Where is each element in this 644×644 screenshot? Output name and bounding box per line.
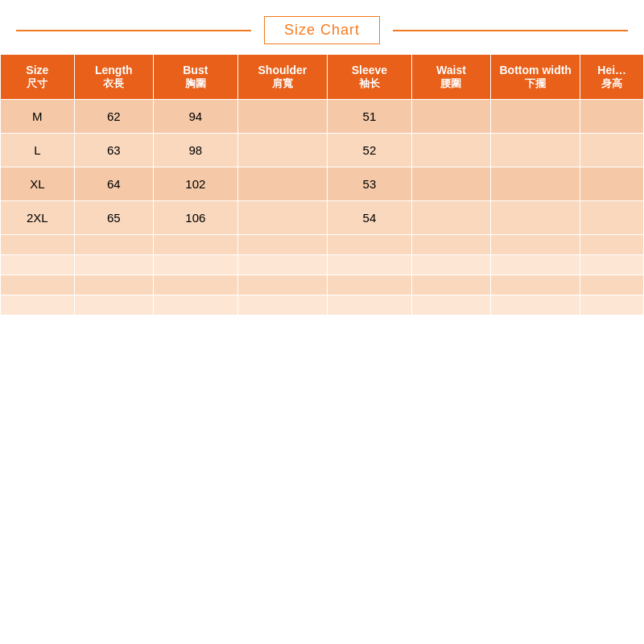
col-header-size: Size 尺寸 — [1, 55, 75, 100]
page-wrapper: Size Chart Size 尺寸 Length 衣長 — [0, 0, 644, 644]
table-cell — [237, 134, 327, 167]
table-cell — [153, 235, 237, 255]
table-cell: 63 — [74, 134, 153, 167]
header-row: Size 尺寸 Length 衣長 Bust 胸圍 Shoulder 肩寬 Sl… — [1, 55, 644, 100]
table-cell — [491, 275, 580, 295]
col-header-waist: Waist 腰圍 — [411, 55, 490, 100]
table-cell — [237, 275, 327, 295]
table-cell — [580, 201, 644, 235]
table-cell — [411, 255, 490, 275]
table-cell — [491, 167, 580, 201]
table-row — [1, 275, 644, 295]
table-cell — [580, 295, 644, 316]
table-row: XL6410253 — [1, 167, 644, 201]
table-cell: 64 — [74, 167, 153, 201]
table-row: L639852 — [1, 134, 644, 167]
table-cell: M — [1, 100, 75, 134]
chart-title: Size Chart — [284, 22, 360, 38]
table-cell — [153, 255, 237, 275]
title-line-right — [393, 30, 628, 31]
table-cell: 94 — [153, 100, 237, 134]
table-cell — [580, 100, 644, 134]
table-cell: 62 — [74, 100, 153, 134]
table-cell — [580, 167, 644, 201]
table-cell — [1, 275, 75, 295]
table-cell — [411, 201, 490, 235]
table-cell — [328, 255, 412, 275]
table-cell — [328, 295, 412, 316]
table-cell: XL — [1, 167, 75, 201]
table-cell — [237, 235, 327, 255]
table-cell — [74, 255, 153, 275]
col-header-height: Hei… 身高 — [580, 55, 644, 100]
table-cell — [1, 255, 75, 275]
table-cell — [491, 134, 580, 167]
title-line-left — [16, 30, 251, 31]
col-header-length: Length 衣長 — [74, 55, 153, 100]
table-cell — [237, 295, 327, 316]
table-cell — [74, 295, 153, 316]
table-cell: 54 — [328, 201, 412, 235]
table-cell — [1, 295, 75, 316]
table-cell: 51 — [328, 100, 412, 134]
table-cell — [580, 134, 644, 167]
table-row — [1, 255, 644, 275]
table-cell — [328, 235, 412, 255]
table-cell — [237, 255, 327, 275]
table-cell — [411, 295, 490, 316]
table-cell — [491, 235, 580, 255]
table-cell — [1, 235, 75, 255]
table-cell — [74, 235, 153, 255]
table-cell: 52 — [328, 134, 412, 167]
title-box: Size Chart — [264, 16, 380, 44]
table-row — [1, 235, 644, 255]
table-cell — [411, 100, 490, 134]
table-cell — [237, 100, 327, 134]
table-cell: 106 — [153, 201, 237, 235]
table-cell — [491, 201, 580, 235]
table-cell — [237, 201, 327, 235]
col-header-bust: Bust 胸圍 — [153, 55, 237, 100]
table-cell — [580, 255, 644, 275]
table-cell — [491, 100, 580, 134]
table-cell — [491, 255, 580, 275]
table-cell — [74, 275, 153, 295]
size-table: Size 尺寸 Length 衣長 Bust 胸圍 Shoulder 肩寬 Sl… — [0, 54, 644, 316]
table-cell — [411, 134, 490, 167]
table-cell — [153, 275, 237, 295]
col-header-shoulder: Shoulder 肩寬 — [237, 55, 327, 100]
table-cell — [237, 167, 327, 201]
table-cell — [411, 235, 490, 255]
table-cell — [411, 275, 490, 295]
col-header-bottom: Bottom width 下擺 — [491, 55, 580, 100]
table-cell: 53 — [328, 167, 412, 201]
table-cell — [580, 275, 644, 295]
table-cell: L — [1, 134, 75, 167]
table-cell — [411, 167, 490, 201]
table-cell — [491, 295, 580, 316]
table-cell: 2XL — [1, 201, 75, 235]
table-cell: 65 — [74, 201, 153, 235]
col-header-sleeve: Sleeve 袖长 — [328, 55, 412, 100]
table-cell: 98 — [153, 134, 237, 167]
title-row: Size Chart — [0, 16, 644, 44]
table-cell — [153, 295, 237, 316]
table-cell: 102 — [153, 167, 237, 201]
table-row: 2XL6510654 — [1, 201, 644, 235]
table-cell — [580, 235, 644, 255]
table-row — [1, 295, 644, 316]
table-row: M629451 — [1, 100, 644, 134]
table-cell — [328, 275, 412, 295]
